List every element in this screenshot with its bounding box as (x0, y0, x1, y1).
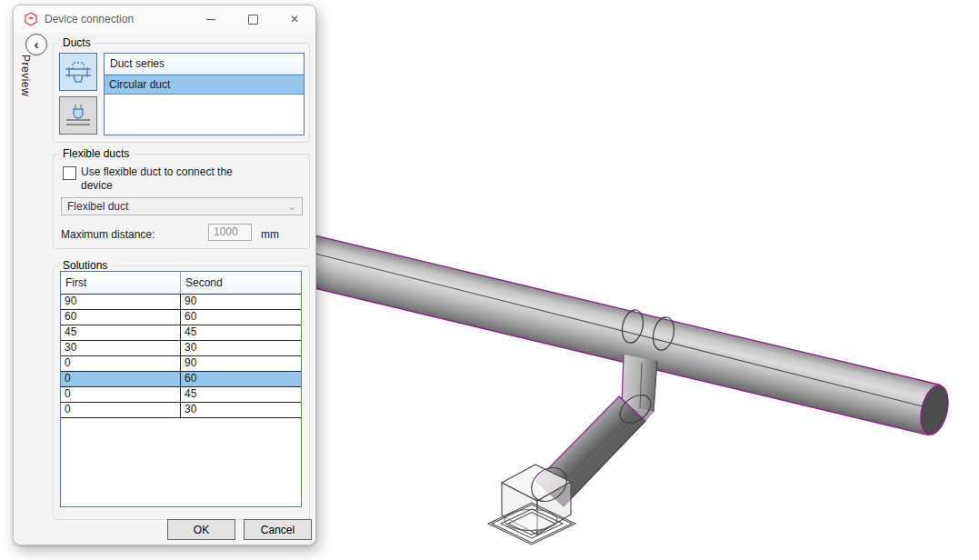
duct-series-list[interactable]: Duct series Circular duct (104, 53, 305, 135)
duct-list-header: Duct series (105, 54, 304, 75)
preview-label: Preview (19, 55, 32, 96)
ducts-group-label: Ducts (59, 36, 95, 49)
use-flexible-duct-checkbox[interactable] (63, 166, 76, 180)
duct-series-button[interactable] (59, 53, 97, 91)
flexible-duct-dropdown[interactable]: Flexibel duct ⌄ (61, 197, 303, 215)
maximize-button[interactable] (232, 5, 274, 33)
device-boot-button[interactable] (59, 96, 97, 135)
close-button[interactable]: ✕ (274, 5, 315, 33)
table-row[interactable]: 45 45 (61, 325, 301, 341)
max-distance-input[interactable]: 1000 (208, 224, 252, 241)
column-header-first[interactable]: First (61, 272, 181, 294)
column-header-second[interactable]: Second (181, 272, 301, 294)
max-distance-label: Maximum distance: (61, 228, 155, 241)
device-connection-dialog: Device connection ✕ ‹ Preview Ducts (13, 5, 316, 545)
duct-list-item-circular[interactable]: Circular duct (105, 75, 304, 95)
tee-duct-icon (65, 58, 92, 85)
app-icon (24, 12, 38, 26)
device-boot-icon (65, 102, 92, 129)
table-row[interactable]: 0 90 (61, 356, 301, 372)
flexible-group-label: Flexible ducts (59, 147, 133, 160)
back-icon: ‹ (35, 38, 39, 51)
minimize-icon (206, 19, 215, 20)
table-row[interactable]: 0 45 (61, 387, 301, 403)
max-distance-unit: mm (261, 228, 279, 241)
minimize-button[interactable] (190, 5, 232, 33)
maximize-icon (248, 15, 258, 25)
table-row[interactable]: 60 60 (61, 310, 301, 325)
table-row[interactable]: 90 90 (61, 295, 301, 310)
dialog-title: Device connection (45, 13, 190, 25)
back-button[interactable]: ‹ (25, 34, 47, 55)
close-icon: ✕ (290, 13, 299, 25)
solutions-table[interactable]: First Second 90 90 60 60 45 45 30 30 0 9… (60, 271, 302, 507)
solutions-table-header: First Second (61, 272, 301, 295)
use-flexible-duct-label: Use flexible duct to connect the device (81, 165, 233, 193)
table-row-selected[interactable]: 0 60 (61, 372, 301, 387)
flexible-duct-dropdown-value: Flexibel duct (62, 200, 288, 213)
dialog-titlebar[interactable]: Device connection ✕ (14, 5, 315, 33)
table-row[interactable]: 0 30 (61, 403, 301, 418)
solutions-group-label: Solutions (59, 259, 111, 272)
chevron-down-icon: ⌄ (288, 201, 302, 213)
ok-button[interactable]: OK (167, 519, 235, 540)
table-row[interactable]: 30 30 (61, 341, 301, 356)
cancel-button[interactable]: Cancel (244, 519, 312, 540)
